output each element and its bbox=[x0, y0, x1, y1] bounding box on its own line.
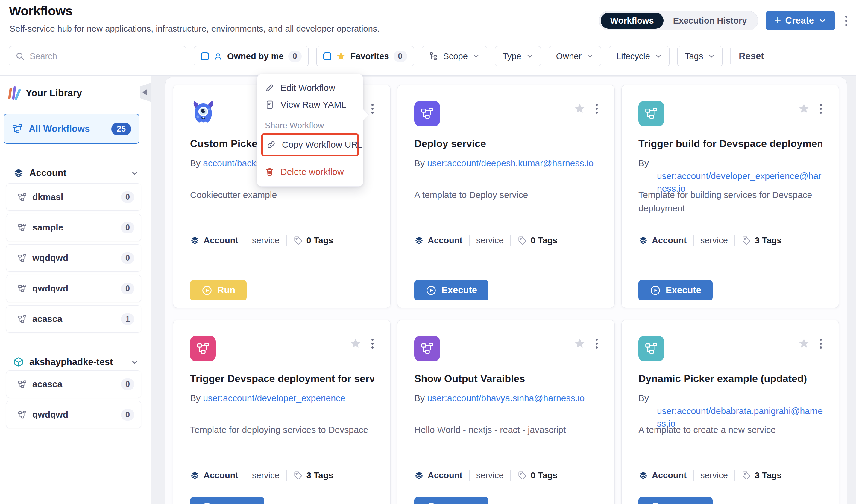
workflow-icon bbox=[18, 193, 27, 202]
akshayphadke-test-items: acasca 0 qwdqwd 0 bbox=[6, 371, 141, 428]
favorite-star-icon[interactable] bbox=[798, 103, 810, 114]
workflow-meta: Account service 3 Tags bbox=[638, 470, 828, 481]
item-count-badge: 1 bbox=[121, 313, 134, 325]
sidebar-section-akshayphadke-test[interactable]: akshayphadke-test bbox=[13, 357, 139, 367]
owned-by-me-checkbox[interactable] bbox=[201, 52, 209, 60]
workflow-type-icon bbox=[638, 336, 664, 361]
favorites-filter[interactable]: Favorites 0 bbox=[316, 46, 414, 66]
chevron-down-icon[interactable] bbox=[130, 358, 139, 366]
workflow-icon bbox=[12, 124, 23, 134]
chevron-down-icon[interactable] bbox=[130, 168, 139, 178]
workflow-description: Template for building services for Devsp… bbox=[638, 188, 822, 215]
menu-item-copy-workflow-url[interactable]: Copy Workflow URL bbox=[267, 136, 354, 153]
workflow-title: Dynamic Picker example (updated) bbox=[638, 373, 822, 384]
item-count-badge: 0 bbox=[121, 222, 134, 233]
sidebar-item-dkmasl[interactable]: dkmasl 0 bbox=[6, 183, 141, 211]
execute-button[interactable]: Execute bbox=[190, 497, 264, 504]
card-kebab-menu-icon[interactable] bbox=[370, 339, 375, 348]
owner-link[interactable]: user:account/developer_experience bbox=[203, 393, 345, 403]
header-actions: Workflows Execution History + Create bbox=[599, 11, 850, 31]
execute-button[interactable]: Execute bbox=[414, 497, 489, 504]
search-icon bbox=[15, 51, 25, 61]
tag-icon bbox=[742, 236, 751, 245]
library-title: Your Library bbox=[26, 88, 82, 98]
favorite-star-icon[interactable] bbox=[798, 338, 810, 349]
item-count-badge: 0 bbox=[121, 378, 134, 390]
workflow-card-trigger-build: Trigger build for Devspace deployment By… bbox=[621, 85, 839, 308]
create-button[interactable]: + Create bbox=[766, 11, 835, 31]
execute-button[interactable]: Execute bbox=[638, 280, 713, 301]
layers-icon bbox=[638, 470, 648, 480]
workflow-description: Cookiecutter example bbox=[190, 188, 374, 201]
sidebar-section-account[interactable]: Account bbox=[13, 168, 139, 178]
sidebar-item-acasca[interactable]: acasca 1 bbox=[6, 305, 141, 333]
card-kebab-menu-icon[interactable] bbox=[594, 339, 599, 348]
type-dropdown[interactable]: Type bbox=[495, 46, 541, 66]
monster-avatar bbox=[188, 99, 218, 128]
owner-link[interactable]: user:account/deepesh.kumar@harness.io bbox=[427, 158, 594, 168]
layers-icon bbox=[414, 470, 424, 480]
tag-icon bbox=[517, 470, 527, 480]
header-kebab-menu-icon[interactable] bbox=[843, 16, 850, 26]
workflow-icon bbox=[18, 380, 27, 389]
workflow-meta: Account service 3 Tags bbox=[638, 235, 828, 246]
card-kebab-menu-icon[interactable] bbox=[594, 104, 599, 113]
sidebar-item-wqdqwd[interactable]: wqdqwd 0 bbox=[6, 244, 141, 272]
sidebar-item-qwdqwd[interactable]: qwdqwd 0 bbox=[6, 275, 141, 302]
workflow-owner-line: By user:account/developer_experience bbox=[190, 392, 375, 405]
tab-workflows[interactable]: Workflows bbox=[601, 13, 664, 29]
sidebar-item-qwdqwd-2[interactable]: qwdqwd 0 bbox=[6, 401, 141, 428]
workflow-description: Hello World - nextjs - react - javascrip… bbox=[414, 423, 598, 436]
sidebar-item-all-workflows[interactable]: All Workflows 25 bbox=[4, 114, 139, 144]
scope-dropdown[interactable]: Scope bbox=[422, 46, 487, 66]
sidebar-collapse-button[interactable] bbox=[140, 83, 151, 102]
owned-by-me-filter[interactable]: Owned by me 0 bbox=[194, 46, 309, 66]
search-input[interactable] bbox=[30, 51, 180, 61]
execute-button[interactable]: Execute bbox=[414, 280, 489, 301]
workflow-icon bbox=[18, 284, 27, 293]
item-count-badge: 0 bbox=[121, 252, 134, 264]
execute-button[interactable]: Execute bbox=[638, 497, 713, 504]
tab-execution-history[interactable]: Execution History bbox=[664, 13, 757, 29]
tags-dropdown[interactable]: Tags bbox=[677, 46, 722, 66]
card-kebab-menu-icon[interactable] bbox=[370, 104, 375, 113]
trash-icon bbox=[265, 167, 274, 177]
favorites-checkbox[interactable] bbox=[323, 52, 331, 60]
favorite-star-icon[interactable] bbox=[349, 338, 362, 349]
menu-divider bbox=[257, 160, 363, 160]
run-button[interactable]: Run bbox=[190, 280, 246, 301]
tag-icon bbox=[517, 236, 527, 245]
sidebar-item-sample[interactable]: sample 0 bbox=[6, 214, 141, 241]
tag-icon bbox=[293, 236, 303, 245]
search-box bbox=[9, 46, 186, 66]
play-icon bbox=[650, 285, 661, 296]
tag-icon bbox=[293, 470, 303, 480]
library-icon bbox=[8, 86, 20, 100]
owner-link[interactable]: user:account/bhavya.sinha@harness.io bbox=[427, 393, 584, 403]
lifecycle-dropdown[interactable]: Lifecycle bbox=[609, 46, 669, 66]
workflow-card-dynamic-picker: Dynamic Picker example (updated) By user… bbox=[621, 320, 839, 504]
menu-item-delete-workflow[interactable]: Delete workflow bbox=[265, 163, 355, 180]
workflow-owner-line: By user:account/bhavya.sinha@harness.io bbox=[414, 392, 599, 405]
chevron-down-icon bbox=[473, 53, 480, 60]
sidebar-item-acasca-2[interactable]: acasca 0 bbox=[6, 371, 141, 398]
layers-icon bbox=[638, 236, 648, 245]
menu-item-edit-workflow[interactable]: Edit Workflow bbox=[265, 79, 355, 96]
favorite-star-icon[interactable] bbox=[574, 338, 586, 349]
layers-icon bbox=[414, 236, 424, 245]
favorite-star-icon[interactable] bbox=[574, 103, 586, 114]
library-header: Your Library bbox=[9, 86, 82, 100]
workflow-owner-line: By user:account/deepesh.kumar@harness.io bbox=[414, 157, 599, 170]
card-kebab-menu-icon[interactable] bbox=[818, 104, 823, 113]
link-icon bbox=[267, 140, 276, 149]
workflow-type-icon bbox=[638, 101, 664, 126]
card-kebab-menu-icon[interactable] bbox=[818, 339, 823, 348]
account-items: dkmasl 0 sample 0 wqdqwd 0 qwdqwd 0 bbox=[6, 183, 141, 333]
owner-dropdown[interactable]: Owner bbox=[549, 46, 601, 66]
menu-item-view-raw-yaml[interactable]: View Raw YAML bbox=[265, 96, 355, 113]
workflow-card-deploy-service: Deploy service By user:account/deepesh.k… bbox=[397, 85, 615, 308]
layers-icon bbox=[13, 168, 24, 178]
chevron-down-icon bbox=[586, 53, 594, 60]
owner-link[interactable]: account/backs bbox=[203, 158, 260, 168]
reset-filters-button[interactable]: Reset bbox=[739, 51, 764, 61]
